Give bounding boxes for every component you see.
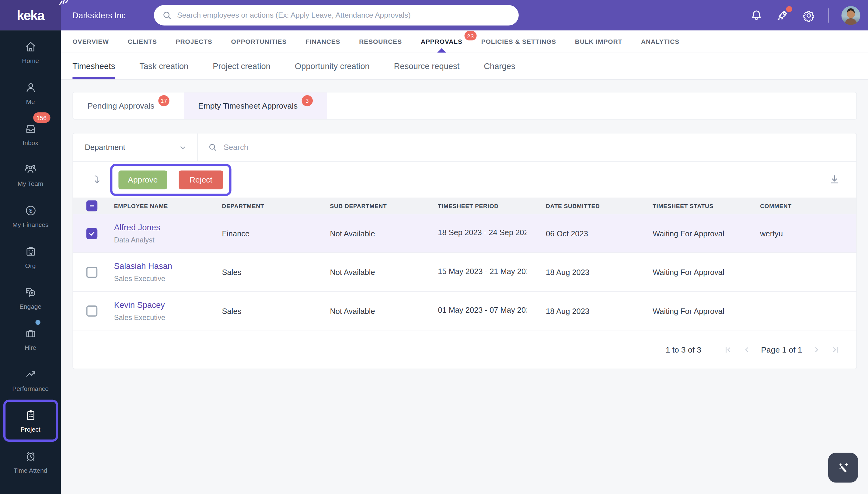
sidebar-item-performance[interactable]: Performance	[4, 359, 57, 400]
cell-timesheet-status: Waiting For Approval	[653, 229, 760, 238]
user-avatar[interactable]	[842, 6, 861, 25]
approval-type-tabs: Pending Approvals 17 Empty Timesheet App…	[72, 92, 857, 119]
approve-reject-annotation-box: Approve Reject	[110, 164, 231, 196]
cell-department: Sales	[222, 306, 330, 315]
active-tab-pointer	[437, 48, 446, 53]
subtab-timesheets[interactable]: Timesheets	[72, 53, 115, 79]
subtab-task-creation[interactable]: Task creation	[139, 53, 188, 79]
rocket-badge-dot	[786, 6, 792, 12]
subtab-opportunity-creation[interactable]: Opportunity creation	[295, 53, 370, 79]
subtab-resource-request[interactable]: Resource request	[394, 53, 459, 79]
app-root: keka Darksiders Inc OVERVIEW	[0, 0, 868, 494]
empty-timesheet-approvals-label: Empty Timesheet Approvals	[198, 101, 298, 110]
settings-gear-icon[interactable]	[802, 8, 815, 22]
approvals-subnav: Timesheets Task creation Project creatio…	[0, 53, 868, 80]
row-checkbox-unchecked[interactable]	[87, 305, 97, 316]
nav-tab-analytics[interactable]: ANALYTICS	[641, 31, 679, 53]
topbar: keka Darksiders Inc	[0, 0, 868, 31]
pagination-page-label: Page 1 of 1	[761, 345, 802, 354]
table-search-input[interactable]	[224, 142, 846, 151]
sidebar-item-me[interactable]: Me	[4, 72, 57, 113]
briefcase-icon	[24, 327, 37, 340]
col-sub-department: SUB DEPARTMENT	[330, 203, 438, 209]
user-icon	[24, 81, 37, 94]
cell-date-submitted: 06 Oct 2023	[546, 229, 653, 238]
nav-tab-resources[interactable]: RESOURCES	[359, 31, 402, 53]
nav-tab-opportunities[interactable]: OPPORTUNITIES	[231, 31, 287, 53]
subtab-project-creation[interactable]: Project creation	[213, 53, 270, 79]
row-checkbox-checked[interactable]	[87, 228, 97, 239]
dollar-circle-icon: $	[24, 204, 37, 216]
sidebar-item-org[interactable]: Org	[4, 236, 57, 278]
module-nav: OVERVIEW CLIENTS PROJECTS OPPORTUNITIES …	[0, 31, 868, 53]
svg-text:$: $	[29, 207, 32, 213]
cell-sub-department: Not Available	[330, 268, 438, 277]
employee-name-link[interactable]: Kevin Spacey	[114, 300, 222, 309]
subtab-charges[interactable]: Charges	[484, 53, 515, 79]
table-search[interactable]	[198, 134, 856, 161]
engage-chat-icon	[24, 286, 37, 299]
sidebar: Home Me 156 Inbox My Team $ My Finances …	[0, 31, 61, 494]
sidebar-item-time-attend[interactable]: Time Attend	[4, 441, 57, 482]
keka-logo[interactable]: keka	[0, 0, 61, 31]
select-all-checkbox[interactable]	[87, 201, 97, 211]
nav-tab-finances[interactable]: FINANCES	[305, 31, 340, 53]
tab-pending-approvals[interactable]: Pending Approvals 17	[73, 93, 184, 119]
cell-timesheet-status: Waiting For Approval	[653, 306, 760, 315]
keka-logo-text: keka	[17, 7, 44, 23]
cell-timesheet-status: Waiting For Approval	[653, 268, 760, 277]
sidebar-item-inbox[interactable]: 156 Inbox	[4, 113, 57, 154]
first-page-icon[interactable]	[723, 345, 732, 354]
reject-button[interactable]: Reject	[179, 170, 223, 189]
trend-up-icon	[24, 368, 37, 381]
last-page-icon[interactable]	[831, 345, 840, 354]
nav-tab-clients[interactable]: CLIENTS	[128, 31, 157, 53]
table-row: Alfred Jones Data Analyst Finance Not Av…	[73, 214, 856, 253]
next-page-icon[interactable]	[812, 345, 821, 354]
nav-tab-approvals[interactable]: APPROVALS 23	[421, 31, 463, 53]
previous-page-icon[interactable]	[742, 345, 751, 354]
tab-empty-timesheet-approvals[interactable]: Empty Timesheet Approvals 3	[184, 93, 327, 119]
notifications-bell-icon[interactable]	[750, 9, 763, 22]
sidebar-item-home[interactable]: Home	[4, 32, 57, 73]
employee-name-link[interactable]: Salasiah Hasan	[114, 261, 222, 271]
sidebar-item-hire[interactable]: Hire	[4, 318, 57, 359]
global-search[interactable]	[154, 5, 519, 25]
sort-descending-icon[interactable]	[91, 174, 103, 185]
employee-role: Sales Executive	[114, 274, 222, 283]
sidebar-item-my-team[interactable]: My Team	[4, 154, 57, 195]
sidebar-item-project[interactable]: Project	[4, 400, 57, 441]
global-search-input[interactable]	[177, 11, 514, 19]
nav-tab-overview[interactable]: OVERVIEW	[72, 31, 109, 53]
assistant-wand-button[interactable]	[828, 453, 858, 482]
nav-tab-projects[interactable]: PROJECTS	[176, 31, 212, 53]
team-icon	[24, 163, 37, 176]
chevron-down-icon	[179, 143, 187, 151]
employee-name-link[interactable]: Alfred Jones	[114, 222, 222, 232]
company-name: Darksiders Inc	[72, 0, 125, 31]
col-employee-name: EMPLOYEE NAME	[114, 203, 222, 209]
nav-tab-approvals-label: APPROVALS	[421, 38, 463, 45]
project-clipboard-icon	[24, 409, 37, 422]
download-icon[interactable]	[829, 174, 840, 185]
nav-tab-policies-settings[interactable]: POLICIES & SETTINGS	[481, 31, 556, 53]
empty-timesheet-approvals-count: 3	[302, 95, 313, 106]
department-filter-dropdown[interactable]: Department	[73, 134, 197, 161]
filter-row: Department	[73, 134, 856, 162]
sidebar-item-my-finances[interactable]: $ My Finances	[4, 195, 57, 236]
pagination-range: 1 to 3 of 3	[666, 345, 701, 354]
row-checkbox-unchecked[interactable]	[87, 266, 97, 278]
approve-button[interactable]: Approve	[118, 170, 167, 189]
whats-new-rocket-icon[interactable]	[775, 8, 789, 22]
nav-tab-bulk-import[interactable]: BULK IMPORT	[575, 31, 622, 53]
home-icon	[24, 40, 37, 53]
sidebar-item-engage[interactable]: Engage	[4, 278, 57, 319]
cell-comment: wertyu	[760, 229, 856, 238]
alarm-clock-icon	[24, 450, 37, 462]
pagination-bar: 1 to 3 of 3 Page 1 of 1	[73, 330, 856, 369]
search-icon	[162, 10, 172, 21]
cell-timesheet-period: 01 May 2023 - 07 May 2023	[438, 305, 546, 316]
cell-timesheet-period: 18 Sep 2023 - 24 Sep 2023	[438, 228, 546, 239]
hire-notification-dot	[35, 320, 40, 325]
col-date-submitted: DATE SUBMITTED	[546, 203, 653, 209]
